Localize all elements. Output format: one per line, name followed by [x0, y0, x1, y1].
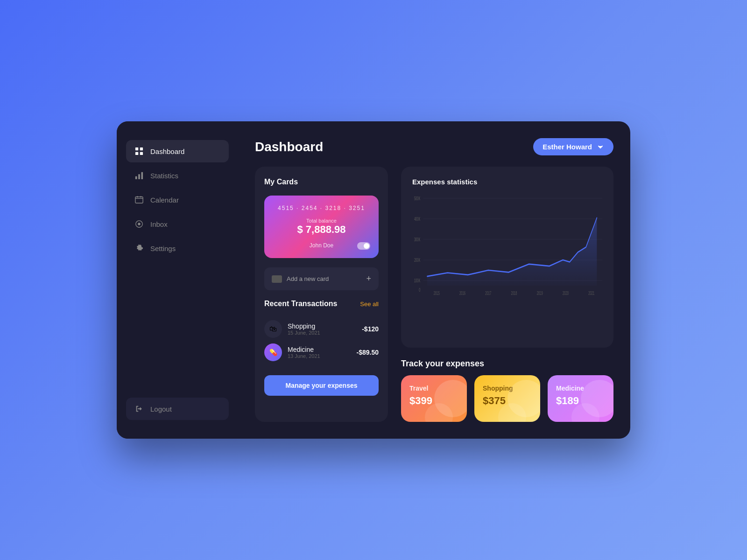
page-title: Dashboard — [255, 140, 323, 154]
chart-wrapper: 500K 400K 300K 200K 100K 0 2015 2016 201… — [412, 193, 602, 296]
transaction-list: 🛍 Shopping 15 June, 2021 -$120 💊 Medicin… — [264, 317, 379, 364]
sidebar-item-dashboard[interactable]: Dashboard — [126, 140, 229, 162]
right-panel: Expenses statistics 500K 400K — [401, 167, 613, 422]
add-card-left: Add a new card — [272, 275, 329, 283]
logout-label: Logout — [150, 405, 172, 413]
medicine-icon: 💊 — [264, 343, 282, 361]
statistics-icon — [134, 171, 144, 180]
svg-text:500K: 500K — [414, 196, 421, 202]
transaction-amount-medicine: -$89.50 — [357, 349, 379, 356]
content-grid: My Cards 4515 · 2454 · 3218 · 3251 Total… — [255, 167, 613, 422]
card-balance: $ 7,888.98 — [274, 224, 369, 236]
svg-rect-3 — [140, 152, 143, 155]
table-row: 💊 Medicine 13 June, 2021 -$89.50 — [264, 341, 379, 364]
user-name: Esther Howard — [543, 143, 592, 151]
main-content: Dashboard Esther Howard My Cards 4515 · … — [238, 121, 630, 439]
sidebar-logout: Logout — [126, 398, 229, 420]
sidebar-item-settings[interactable]: Settings — [126, 237, 229, 259]
svg-text:200K: 200K — [414, 257, 421, 263]
expense-card-travel: Travel $399 — [401, 375, 467, 422]
credit-card: 4515 · 2454 · 3218 · 3251 Total balance … — [264, 196, 379, 258]
svg-rect-2 — [135, 152, 138, 155]
expense-card-shopping: Shopping $375 — [474, 375, 540, 422]
svg-text:2021: 2021 — [588, 290, 594, 296]
sidebar-nav: Dashboard Statistics — [126, 140, 229, 398]
transaction-name-medicine: Medicine — [288, 346, 351, 353]
svg-rect-4 — [135, 176, 137, 179]
user-badge[interactable]: Esther Howard — [533, 138, 613, 155]
svg-text:100K: 100K — [414, 278, 421, 284]
header: Dashboard Esther Howard — [255, 138, 613, 155]
sidebar: Dashboard Statistics — [117, 121, 238, 439]
logout-icon — [134, 404, 144, 413]
card-balance-label: Total balance — [274, 218, 369, 224]
add-card-label: Add a new card — [287, 275, 329, 282]
svg-point-12 — [138, 223, 140, 225]
shopping-icon: 🛍 — [264, 320, 282, 338]
my-cards-title: My Cards — [264, 178, 379, 186]
card-holder: John Doe — [274, 242, 369, 249]
sidebar-item-calendar[interactable]: Calendar — [126, 189, 229, 211]
app-container: Dashboard Statistics — [117, 121, 630, 439]
table-row: 🛍 Shopping 15 June, 2021 -$120 — [264, 317, 379, 341]
svg-text:2015: 2015 — [434, 290, 440, 296]
svg-text:400K: 400K — [414, 216, 421, 222]
svg-rect-1 — [140, 147, 143, 150]
card-chip-icon — [272, 275, 282, 283]
expense-card-medicine: Medicine $189 — [548, 375, 613, 422]
svg-text:2018: 2018 — [511, 290, 517, 296]
expenses-chart: 500K 400K 300K 200K 100K 0 2015 2016 201… — [412, 193, 602, 296]
inbox-icon — [134, 219, 144, 229]
svg-rect-7 — [135, 197, 143, 203]
track-section: Track your expenses Travel $399 — [401, 359, 613, 422]
calendar-icon — [134, 195, 144, 204]
expense-cards: Travel $399 Shopping $375 — [401, 375, 613, 422]
transaction-date-shopping: 15 June, 2021 — [288, 330, 356, 336]
transaction-date-medicine: 13 June, 2021 — [288, 353, 351, 359]
transactions-title: Recent Transactions — [264, 300, 338, 308]
chevron-down-icon — [597, 143, 604, 151]
sidebar-label-statistics: Statistics — [150, 172, 178, 180]
transactions-header: Recent Transactions See all — [264, 300, 379, 308]
logout-button[interactable]: Logout — [126, 398, 229, 420]
transaction-name-shopping: Shopping — [288, 322, 356, 330]
see-all-link[interactable]: See all — [360, 301, 379, 308]
settings-icon — [134, 244, 144, 253]
svg-text:0: 0 — [419, 287, 420, 293]
sidebar-label-calendar: Calendar — [150, 196, 179, 204]
card-toggle[interactable] — [357, 242, 370, 250]
sidebar-item-statistics[interactable]: Statistics — [126, 164, 229, 187]
svg-rect-6 — [141, 172, 143, 179]
add-icon: + — [366, 274, 371, 284]
track-expenses-title: Track your expenses — [401, 359, 613, 369]
svg-rect-0 — [135, 147, 138, 150]
manage-expenses-button[interactable]: Manage your expenses — [264, 375, 379, 396]
transaction-info-medicine: Medicine 13 June, 2021 — [288, 346, 351, 359]
dashboard-icon — [134, 147, 144, 156]
sidebar-item-inbox[interactable]: Inbox — [126, 213, 229, 235]
svg-text:2016: 2016 — [459, 290, 465, 296]
sidebar-label-dashboard: Dashboard — [150, 147, 184, 155]
svg-rect-5 — [138, 174, 140, 179]
sidebar-label-settings: Settings — [150, 245, 176, 252]
transaction-info-shopping: Shopping 15 June, 2021 — [288, 322, 356, 336]
chart-section: Expenses statistics 500K 400K — [401, 167, 613, 348]
chart-title: Expenses statistics — [412, 178, 602, 186]
left-panel: My Cards 4515 · 2454 · 3218 · 3251 Total… — [255, 167, 388, 422]
svg-text:2020: 2020 — [563, 290, 569, 296]
card-number: 4515 · 2454 · 3218 · 3251 — [274, 205, 369, 211]
svg-text:2019: 2019 — [537, 290, 543, 296]
sidebar-label-inbox: Inbox — [150, 220, 168, 228]
add-card-button[interactable]: Add a new card + — [264, 267, 379, 290]
transaction-amount-shopping: -$120 — [362, 325, 379, 333]
svg-text:300K: 300K — [414, 237, 421, 243]
svg-text:2017: 2017 — [485, 290, 491, 296]
